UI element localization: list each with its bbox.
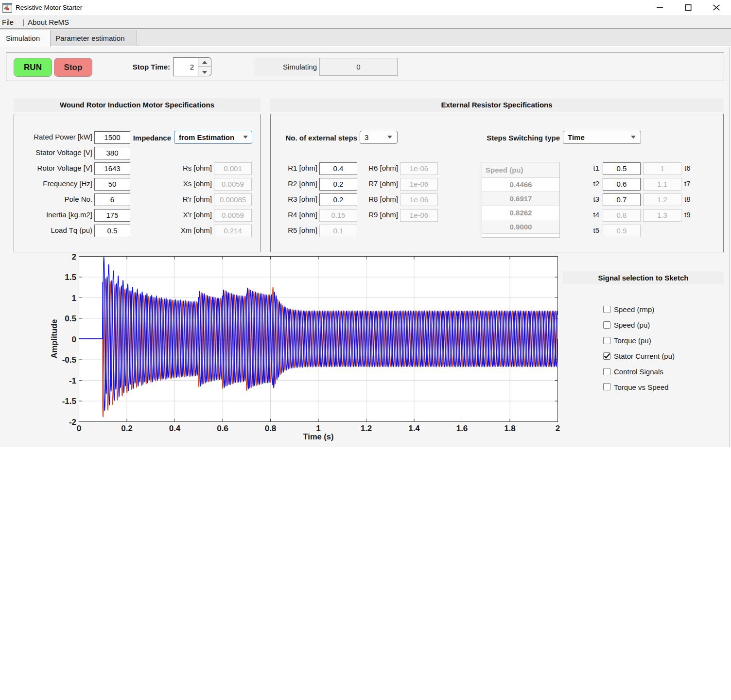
- svg-text:1.4: 1.4: [408, 424, 420, 433]
- svg-text:1.6: 1.6: [456, 424, 468, 433]
- svg-text:1.5: 1.5: [65, 273, 76, 282]
- svg-text:-1.5: -1.5: [62, 397, 76, 406]
- svg-text:2: 2: [556, 424, 560, 433]
- svg-text:-0.5: -0.5: [62, 355, 76, 365]
- svg-text:0.6: 0.6: [217, 424, 228, 433]
- svg-text:2: 2: [72, 253, 76, 262]
- svg-text:0: 0: [72, 335, 76, 344]
- svg-text:1: 1: [72, 294, 76, 303]
- svg-text:0.4: 0.4: [169, 424, 181, 433]
- svg-text:-1: -1: [69, 376, 76, 385]
- svg-text:0.2: 0.2: [121, 424, 133, 433]
- svg-text:1.8: 1.8: [504, 424, 516, 433]
- svg-text:Time (s): Time (s): [303, 432, 334, 441]
- svg-text:0.8: 0.8: [265, 424, 277, 433]
- svg-text:1.2: 1.2: [361, 424, 372, 433]
- svg-text:Amplitude: Amplitude: [50, 319, 58, 359]
- svg-text:0.5: 0.5: [65, 314, 76, 323]
- svg-text:0: 0: [77, 424, 81, 433]
- svg-text:-2: -2: [69, 418, 76, 427]
